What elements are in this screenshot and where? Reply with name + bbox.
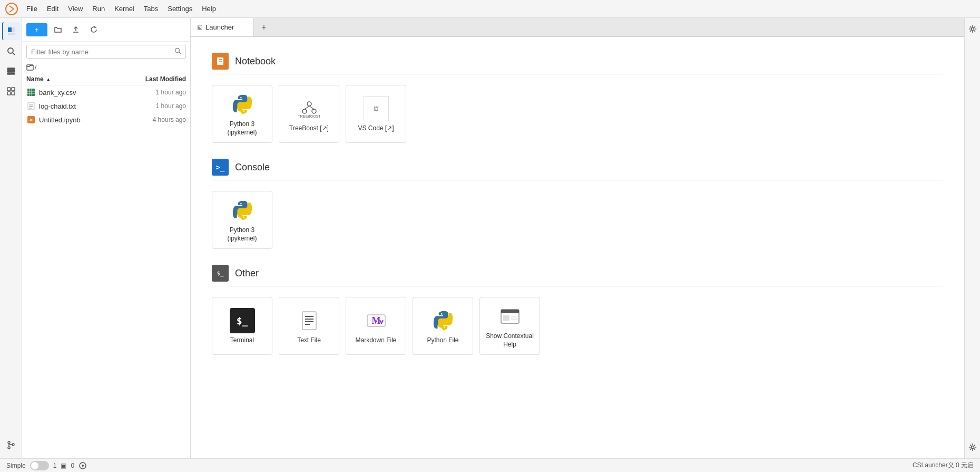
svg-rect-12 [12,92,15,95]
file-name: Untitled.ipynb [39,116,128,124]
svg-point-0 [6,3,17,15]
menu-kernel[interactable]: Kernel [110,4,139,14]
sidebar-extensions-icon[interactable] [2,82,20,100]
pythonfile-label: Python File [427,336,458,345]
textfile-label: Text File [297,336,321,345]
plus-icon: + [35,26,39,34]
help-card-icon [497,304,523,329]
refresh-button[interactable] [86,22,101,37]
sidebar-git-icon[interactable] [2,436,20,454]
sidebar-files-icon[interactable] [2,22,20,40]
menu-settings[interactable]: Settings [163,4,197,14]
svg-rect-48 [501,310,519,313]
notebook-divider [212,74,943,74]
menu-file[interactable]: File [22,4,42,14]
file-name: log-chaid.txt [39,102,128,110]
menu-view[interactable]: View [64,4,87,14]
svg-rect-40 [302,312,316,330]
notebook-section-title: Notebook [235,56,276,67]
svg-point-14 [8,447,10,449]
treeboost-icon: TREEBOOST [297,96,322,121]
menu-tabs[interactable]: Tabs [140,4,162,14]
right-settings-icon[interactable] [966,22,979,36]
console-divider [212,180,943,180]
card-vscode[interactable]: 🖼 VS Code [↗] [346,85,406,143]
console-section-header: >_ Console [212,159,943,176]
svg-rect-22 [27,89,35,96]
idle-count: 0 [71,462,74,469]
card-help[interactable]: Show Contextual Help [479,297,540,355]
file-icon: Ju [26,115,36,124]
right-settings2-icon[interactable] [966,440,979,454]
column-name[interactable]: Name ▲ [26,75,123,83]
file-modified: 1 hour ago [128,102,186,110]
file-row[interactable]: bank_xy.csv 1 hour ago [22,85,190,99]
markdown-card-icon: M [364,308,389,333]
card-python3-console[interactable]: Python 3 (ipykernel) [212,191,272,249]
menu-edit[interactable]: Edit [43,4,63,14]
search-input[interactable] [31,48,174,56]
tab-bar: ⬕ Launcher + [191,18,964,37]
pythonfile-card-icon [430,308,456,333]
settings-status-icon[interactable] [79,461,87,470]
sidebar-search-icon[interactable] [2,42,20,60]
svg-rect-11 [7,92,11,95]
breadcrumb-path: / [35,64,36,71]
mode-label: Simple [6,462,26,469]
markdown-label: Markdown File [355,336,396,345]
sidebar-running-icon[interactable] [2,62,20,80]
search-icon [174,47,181,56]
sort-arrow-icon: ▲ [46,76,51,82]
svg-rect-50 [503,315,509,321]
right-status-text: CSLauncher义 0 元启 [913,461,974,470]
svg-point-56 [82,465,84,467]
console-section-title: Console [235,162,270,173]
card-pythonfile[interactable]: Python File [413,297,473,355]
other-section-icon: $_ [212,265,229,282]
status-right: CSLauncher义 0 元启 [913,461,974,470]
file-row[interactable]: Ju Untitled.ipynb 4 hours ago [22,113,190,127]
console-cards: Python 3 (ipykernel) [212,191,943,249]
notebook-section-icon [212,53,229,70]
other-section-header: $_ Other [212,265,943,282]
kernel-icon: ▣ [61,462,66,469]
card-terminal[interactable]: $_ Terminal [212,297,272,355]
file-row[interactable]: log-chaid.txt 1 hour ago [22,99,190,113]
tab-launcher[interactable]: ⬕ Launcher [191,18,254,36]
file-icon [26,101,36,111]
other-section-title: Other [235,268,259,279]
file-panel-toolbar: + [22,18,190,42]
content-area: ⬕ Launcher + Notebook [191,18,964,458]
search-box [26,45,186,59]
menu-run[interactable]: Run [88,4,109,14]
tab-launcher-label: Launcher [205,23,234,31]
card-treeboost[interactable]: TREEBOOST TreeBoost [↗] [279,85,339,143]
svg-point-35 [302,109,307,113]
svg-point-13 [8,441,10,444]
add-tab-button[interactable]: + [256,20,272,35]
card-python3-notebook[interactable]: Python 3 (ipykernel) [212,85,272,143]
card-textfile[interactable]: Text File [279,297,339,355]
column-modified: Last Modified [123,75,186,83]
file-modified: 1 hour ago [128,89,186,96]
svg-text:TREEBOOST: TREEBOOST [298,114,320,118]
svg-line-5 [13,53,15,55]
status-left: Simple 1 ▣ 0 [6,461,87,470]
simple-toggle[interactable] [30,461,49,470]
notebook-section-header: Notebook [212,53,943,70]
vscode-icon: 🖼 [364,96,389,121]
textfile-card-icon [297,308,322,333]
svg-rect-9 [7,88,11,91]
python3-notebook-icon [230,92,255,117]
file-panel: + / Name ▲ [22,18,191,458]
menu-help[interactable]: Help [198,4,220,14]
open-folder-button[interactable] [51,22,65,37]
card-markdown[interactable]: M Markdown File [346,297,406,355]
toggle-circle [31,462,38,469]
svg-point-34 [307,102,311,106]
upload-button[interactable] [68,22,83,37]
help-label: Show Contextual Help [484,332,535,349]
new-launcher-button[interactable]: + [26,23,47,36]
menubar: File Edit View Run Kernel Tabs Settings … [0,0,980,18]
section-other: $_ Other $_ Terminal [212,265,943,355]
